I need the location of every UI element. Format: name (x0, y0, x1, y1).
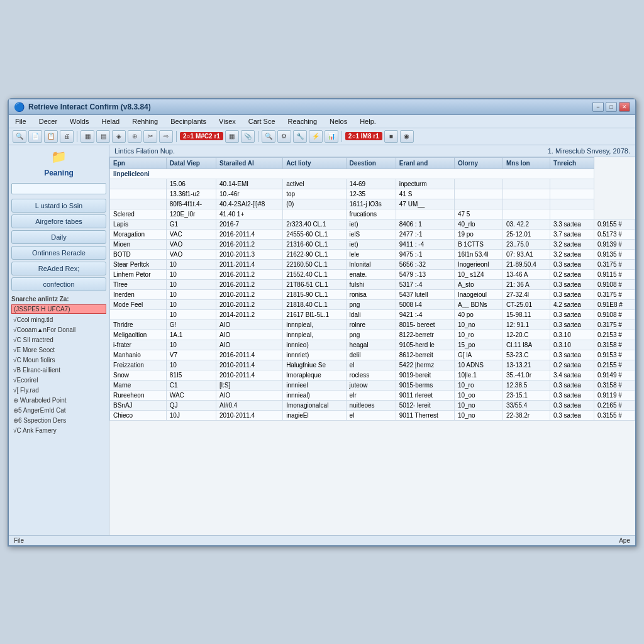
minimize-button[interactable]: − (592, 102, 604, 112)
toolbar-btn-17[interactable]: 📊 (325, 130, 338, 143)
close-button[interactable]: ✕ (619, 102, 630, 112)
group-header-label: Iinpelicleoni (110, 169, 594, 179)
table-row[interactable]: 102014-2011.221617 Bl1-5L.1ldali9421 :-4… (110, 309, 635, 319)
toolbar-btn-13[interactable]: 🔍 (262, 130, 275, 143)
table-row[interactable]: MarneC1[l:S]innnieeljuteow9015-berms10_r… (110, 380, 635, 390)
table-row[interactable]: ManhanioV72016-2011.4innnriet)delil8612-… (110, 350, 635, 360)
table-row[interactable]: Mode Feel102010-2011.221818.40 CL.1png50… (110, 299, 635, 309)
window-controls: − □ ✕ (592, 102, 630, 112)
menu-helad[interactable]: Helad (99, 116, 122, 126)
sidebar-item-12[interactable]: √C Ank Famery (11, 426, 106, 435)
sidebar-item-9[interactable]: ⊕ Wuraboled Point (11, 396, 106, 404)
table-row[interactable]: 15.0640.14-EMIactivel14-69inpecturm (110, 179, 635, 189)
toolbar-btn-2[interactable]: 📄 (28, 130, 42, 143)
col-act: Act lioty (283, 157, 346, 169)
table-row[interactable]: BOTDVAO2010-2011.321622-90 CL.1lele9475 … (110, 249, 635, 259)
toolbar-btn-11[interactable]: ▦ (225, 130, 239, 143)
sidebar-item-2[interactable]: √Cooam▲nFor Donail (11, 326, 106, 334)
table-row[interactable]: Sclered120E_I0r41.40 1+frucations47 5 (110, 209, 635, 219)
sidebar-item-4[interactable]: √E More Seoct (11, 346, 106, 354)
table-row[interactable]: 13.36f1-u210.-46rtop12-3541 S (110, 189, 635, 199)
col-eranl: Eranl and (396, 157, 454, 169)
toolbar-btn-19[interactable]: ◉ (400, 130, 414, 143)
sidebar-search-input[interactable] (11, 183, 106, 194)
table-row[interactable]: MoragationVAC2016-2011.424555-60 CL.1iel… (110, 229, 635, 239)
main-area: 📁 Peaning L ustard io Ssin Airgefore tab… (9, 145, 635, 535)
toolbar-btn-8[interactable]: ⊕ (128, 130, 142, 143)
col-tnreich: Tnreich (550, 157, 594, 169)
toolbar: 🔍 📄 📋 🖨 ▦ ▤ ◈ ⊕ ✂ ⇨ 2○1 M#C2 r1 ▦ 📎 🔍 ⚙ … (9, 128, 635, 145)
toolbar-btn-3[interactable]: 📋 (44, 130, 58, 143)
toolbar-btn-15[interactable]: 🔧 (293, 130, 307, 143)
main-window: 🔵 Retrieve Interact Confirm (v8.3.84) − … (8, 98, 636, 547)
status-right: Ape (619, 537, 630, 544)
sidebar-item-11[interactable]: ⊕6 Sspection Ders (11, 416, 106, 425)
menu-cart-sce[interactable]: Cart Sce (246, 116, 278, 126)
table-row[interactable]: Tlree102016-2011.221T86-51 CL.1fulshi531… (110, 279, 635, 289)
sidebar-item-6[interactable]: √B Elranc-aillient (11, 366, 106, 374)
content-header-right: 1. Miresclub Snvesy, 2078. (548, 147, 630, 155)
table-row[interactable]: Snow81I52010-2011.4lrnoraplequerocless90… (110, 370, 635, 380)
menu-nelos[interactable]: Nelos (327, 116, 350, 126)
toolbar-btn-16[interactable]: ⚡ (309, 130, 323, 143)
table-row[interactable]: 80f6-4f1t.4-40.4-2SAl2-[l}#8(0)1611-j lO… (110, 199, 635, 209)
sidebar-btn-ontinnes[interactable]: Ontinnes Reracle (11, 246, 106, 260)
sidebar-folder-icon: 📁 (11, 149, 106, 164)
toolbar-btn-14[interactable]: ⚙ (277, 130, 291, 143)
sidebar-btn-airgefore[interactable]: Airgefore tabes (11, 214, 106, 228)
menu-file[interactable]: File (13, 116, 29, 126)
menu-decer[interactable]: Decer (36, 116, 60, 126)
col-starailed: Starailed Al (216, 157, 283, 169)
sidebar-item-3[interactable]: √C Sll rractred (11, 336, 106, 344)
menu-visex[interactable]: Visex (216, 116, 238, 126)
table-row[interactable]: RureeheonWACAIOinnnieal)elr9011 rlereet1… (110, 390, 635, 400)
sidebar-item-10[interactable]: ⊕5 AngerEmld Cat (11, 406, 106, 414)
toolbar-btn-7[interactable]: ◈ (112, 130, 126, 143)
table-row[interactable]: Chieco10J2010-2011.4inagieElel9011 Therr… (110, 410, 635, 420)
menu-wolds[interactable]: Wolds (67, 116, 91, 126)
table-row[interactable]: Stear Perltck102011-2011.422160.50 CL.1l… (110, 259, 635, 269)
toolbar-btn-4[interactable]: 🖨 (60, 130, 74, 143)
table-row[interactable]: ThridreG!AIOinnnpieal,rolnre8015- bereet… (110, 319, 635, 330)
sidebar-item-7[interactable]: √Ecorirel (11, 376, 106, 384)
sidebar-btn-readed[interactable]: ReAded Rex; (11, 262, 106, 275)
table-row[interactable]: Freizzation102010-2011.4Halugfniue Seel5… (110, 360, 635, 370)
col-datal: Datal Viep (166, 157, 216, 169)
toolbar-separator-2 (176, 131, 177, 142)
sidebar-item-1[interactable]: √Ccol ming.tld (11, 316, 106, 324)
title-bar-left: 🔵 Retrieve Interact Confirm (v8.3.84) (14, 102, 151, 112)
table-row[interactable]: Meligaoltion1A.1AIOinnnpieal,png8122-ber… (110, 330, 635, 340)
table-row[interactable]: i-frater10AIOinnnieo)heagal9105-herd le1… (110, 340, 635, 350)
status-bar: File Ape (9, 535, 635, 545)
sidebar-item-0[interactable]: (JSSPE5 H UFCA7) (11, 304, 106, 314)
sidebar-btn-lustard[interactable]: L ustard io Ssin (11, 199, 106, 213)
menu-reaching[interactable]: Reaching (286, 116, 319, 126)
toolbar-btn-1[interactable]: 🔍 (13, 130, 26, 143)
table-row[interactable]: Inerden102010-2011.221815-90 CL.1ronisa5… (110, 289, 635, 299)
sidebar-btn-confection[interactable]: confection (11, 277, 106, 291)
toolbar-btn-6[interactable]: ▤ (96, 130, 110, 143)
menu-rehhing[interactable]: Rehhing (130, 116, 160, 126)
toolbar-btn-5[interactable]: ▦ (80, 130, 94, 143)
toolbar-separator-3 (258, 131, 258, 142)
table-row[interactable]: BSnAJQJAl#0.4Imonagionalcalnuitleoes5012… (110, 400, 635, 410)
col-mns: Mns Ion (502, 157, 550, 169)
toolbar-separator-1 (77, 131, 77, 142)
table-row[interactable]: MioenVAO2016-2011.221316-60 CL.1iet)9411… (110, 239, 635, 249)
sidebar-btn-daily[interactable]: Daily (11, 230, 106, 244)
content-header-left: Lintics Filation Nup. (114, 147, 175, 155)
sidebar-item-5[interactable]: √C Moun fiolirs (11, 356, 106, 364)
maximize-button[interactable]: □ (606, 102, 617, 112)
window-title: Retrieve Interact Confirm (v8.3.84) (28, 103, 151, 111)
toolbar-btn-18[interactable]: ■ (384, 130, 398, 143)
toolbar-btn-9[interactable]: ✂ (143, 130, 157, 143)
table-row[interactable]: LapisG12016-72r323.40 CL.1iet)8406 : 140… (110, 219, 635, 229)
menu-bar: File Decer Wolds Helad Rehhing Becinplan… (9, 115, 635, 128)
toolbar-btn-12[interactable]: 📎 (241, 130, 255, 143)
table-container[interactable]: Epn Datal Viep Starailed Al Act lioty De… (109, 157, 635, 535)
menu-becinplants[interactable]: Becinplants (168, 116, 209, 126)
sidebar-item-8[interactable]: √[ Fly.rad (11, 386, 106, 394)
menu-help[interactable]: Help. (357, 116, 379, 126)
table-row[interactable]: Linhem Petor102016-2011.221552.40 CL.1en… (110, 269, 635, 279)
toolbar-btn-10[interactable]: ⇨ (159, 130, 173, 143)
